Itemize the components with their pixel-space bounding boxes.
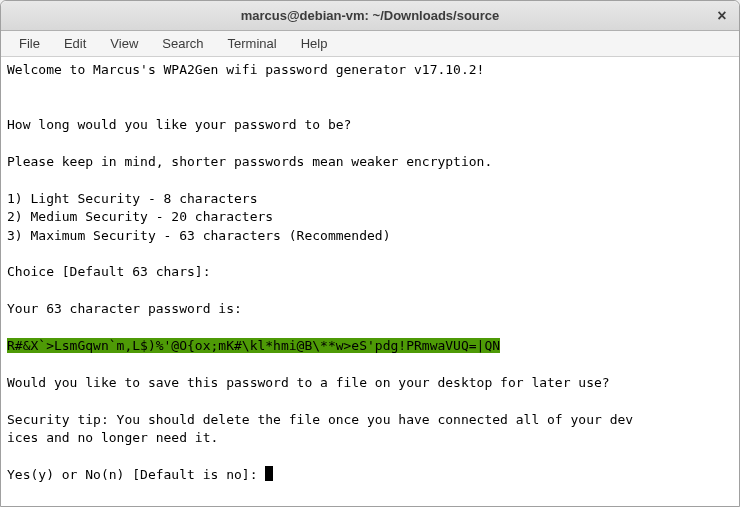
terminal-line: 1) Light Security - 8 characters xyxy=(7,190,733,208)
terminal-line xyxy=(7,79,733,97)
terminal-line xyxy=(7,98,733,116)
terminal-line: Your 63 character password is: xyxy=(7,300,733,318)
terminal-line xyxy=(7,447,733,465)
cursor-icon xyxy=(265,466,273,481)
terminal-line xyxy=(7,282,733,300)
menu-help[interactable]: Help xyxy=(291,33,338,54)
terminal-line xyxy=(7,245,733,263)
menu-search[interactable]: Search xyxy=(152,33,213,54)
terminal-line xyxy=(7,171,733,189)
terminal-line: Security tip: You should delete the file… xyxy=(7,411,733,429)
close-icon[interactable]: × xyxy=(713,7,731,25)
terminal-line: ices and no longer need it. xyxy=(7,429,733,447)
terminal-line: Choice [Default 63 chars]: xyxy=(7,263,733,281)
menu-terminal[interactable]: Terminal xyxy=(218,33,287,54)
terminal-line xyxy=(7,319,733,337)
generated-password[interactable]: R#&X`>LsmGqwn`m,L$)%'@O{ox;mK#\kl*hmi@B\… xyxy=(7,338,500,353)
terminal-line: 2) Medium Security - 20 characters xyxy=(7,208,733,226)
terminal-password-line: R#&X`>LsmGqwn`m,L$)%'@O{ox;mK#\kl*hmi@B\… xyxy=(7,337,733,355)
terminal-line: 3) Maximum Security - 63 characters (Rec… xyxy=(7,227,733,245)
titlebar[interactable]: marcus@debian-vm: ~/Downloads/source × xyxy=(1,1,739,31)
menu-file[interactable]: File xyxy=(9,33,50,54)
terminal-line: Please keep in mind, shorter passwords m… xyxy=(7,153,733,171)
terminal-output[interactable]: Welcome to Marcus's WPA2Gen wifi passwor… xyxy=(1,57,739,506)
terminal-line: How long would you like your password to… xyxy=(7,116,733,134)
menu-edit[interactable]: Edit xyxy=(54,33,96,54)
menu-view[interactable]: View xyxy=(100,33,148,54)
terminal-line: Would you like to save this password to … xyxy=(7,374,733,392)
terminal-prompt: Yes(y) or No(n) [Default is no]: xyxy=(7,467,265,482)
terminal-line xyxy=(7,355,733,373)
terminal-line: Welcome to Marcus's WPA2Gen wifi passwor… xyxy=(7,61,733,79)
terminal-line xyxy=(7,135,733,153)
window-title: marcus@debian-vm: ~/Downloads/source xyxy=(241,8,500,23)
menubar: File Edit View Search Terminal Help xyxy=(1,31,739,57)
terminal-prompt-line: Yes(y) or No(n) [Default is no]: xyxy=(7,466,733,484)
terminal-line xyxy=(7,392,733,410)
terminal-window: marcus@debian-vm: ~/Downloads/source × F… xyxy=(0,0,740,507)
